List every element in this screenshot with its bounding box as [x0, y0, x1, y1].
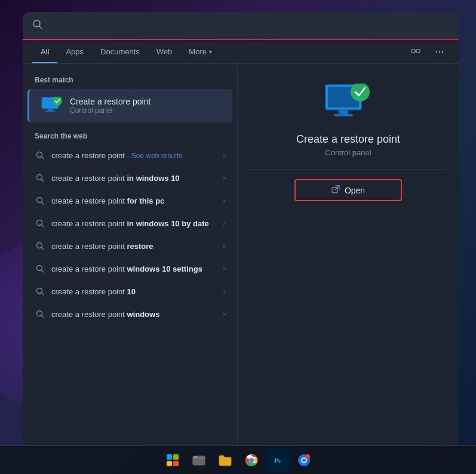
- right-panel-app-subtitle: Control panel: [325, 148, 371, 157]
- suggestion-arrow-5: ›: [223, 264, 225, 273]
- svg-rect-10: [45, 110, 55, 112]
- connected-icon[interactable]: [406, 42, 425, 61]
- svg-point-48: [302, 458, 306, 462]
- tab-icon-group: [406, 42, 449, 61]
- suggestion-1[interactable]: create a restore point in windows 10 ›: [23, 167, 237, 189]
- open-external-icon: [331, 185, 340, 195]
- ps-label: Ps: [274, 457, 281, 464]
- suggestion-arrow-7: ›: [223, 310, 225, 318]
- svg-line-17: [42, 202, 44, 205]
- suggestion-text-0: create a restore point - See web results: [51, 151, 217, 160]
- suggestion-arrow-1: ›: [223, 174, 225, 182]
- suggestion-6[interactable]: create a restore point 10 ›: [23, 280, 237, 303]
- suggestion-3[interactable]: create a restore point in windows 10 by …: [23, 212, 237, 235]
- suggestion-arrow-4: ›: [223, 242, 225, 250]
- svg-rect-36: [173, 454, 179, 460]
- search-icon: [32, 19, 43, 32]
- tab-more[interactable]: More ▾: [180, 40, 220, 63]
- svg-point-49: [305, 454, 310, 459]
- search-suggestion-icon-4: [35, 241, 45, 251]
- svg-point-6: [439, 51, 440, 52]
- chrome-ext-icon[interactable]: [292, 448, 316, 472]
- best-match-title: Create a restore point: [70, 97, 151, 106]
- suggestion-arrow-2: ›: [223, 196, 225, 205]
- svg-rect-3: [416, 50, 420, 53]
- tab-apps[interactable]: Apps: [57, 40, 92, 63]
- suggestion-arrow-3: ›: [223, 219, 225, 227]
- svg-rect-9: [48, 109, 53, 110]
- best-match-label: Best match: [23, 73, 237, 89]
- suggestion-7[interactable]: create a restore point windows ›: [23, 303, 237, 325]
- suggestion-text-3: create a restore point in windows 10 by …: [51, 219, 217, 228]
- folder-icon[interactable]: [213, 448, 237, 472]
- search-suggestion-icon-5: [35, 263, 45, 274]
- svg-line-27: [42, 316, 44, 318]
- chevron-down-icon: ▾: [209, 48, 212, 55]
- svg-rect-2: [411, 50, 415, 53]
- photoshop-icon[interactable]: Ps: [266, 448, 290, 472]
- suggestion-arrow-6: ›: [223, 287, 225, 296]
- search-suggestion-icon-0: [35, 150, 45, 161]
- suggestion-text-4: create a restore point restore: [51, 242, 217, 251]
- suggestion-text-6: create a restore point 10: [51, 287, 217, 296]
- search-suggestion-icon-3: [35, 218, 45, 229]
- search-window: Create a restore point All Apps Document…: [23, 12, 459, 448]
- svg-point-5: [436, 51, 437, 52]
- right-panel: Create a restore point Control panel Ope…: [238, 64, 459, 448]
- search-suggestion-icon-7: [35, 309, 45, 319]
- svg-point-45: [249, 458, 253, 462]
- svg-line-1: [39, 26, 42, 29]
- search-suggestion-icon-1: [35, 173, 45, 183]
- suggestion-text-7: create a restore point windows: [51, 310, 217, 319]
- search-suggestion-icon-2: [35, 195, 45, 206]
- svg-line-23: [42, 270, 44, 273]
- svg-rect-42: [194, 456, 198, 458]
- svg-rect-38: [173, 461, 179, 466]
- search-bar: Create a restore point: [23, 12, 459, 40]
- svg-rect-30: [339, 110, 348, 114]
- suggestion-text-5: create a restore point windows 10 settin…: [51, 264, 217, 273]
- svg-rect-37: [167, 461, 172, 466]
- svg-line-25: [42, 293, 44, 296]
- svg-rect-35: [167, 454, 172, 460]
- suggestion-5[interactable]: create a restore point windows 10 settin…: [23, 257, 237, 280]
- svg-line-21: [42, 248, 44, 250]
- svg-rect-31: [334, 114, 353, 116]
- suggestion-arrow-0: ›: [223, 151, 225, 159]
- filter-tabs: All Apps Documents Web More ▾: [23, 40, 459, 64]
- best-match-info: Create a restore point Control panel: [70, 97, 151, 115]
- search-suggestion-icon-6: [35, 286, 45, 297]
- suggestion-text-1: create a restore point in windows 10: [51, 174, 217, 183]
- suggestion-2[interactable]: create a restore point for this pc ›: [23, 189, 237, 212]
- svg-line-13: [42, 157, 44, 159]
- tab-all[interactable]: All: [32, 40, 57, 63]
- left-panel: Best match Create a restore point: [23, 64, 238, 448]
- taskbar: Ps: [0, 445, 476, 474]
- right-panel-app-title: Create a restore point: [296, 133, 400, 146]
- open-button[interactable]: Open: [294, 179, 402, 201]
- suggestion-4[interactable]: create a restore point restore ›: [23, 235, 237, 257]
- more-options-icon[interactable]: [430, 42, 449, 61]
- open-button-label: Open: [345, 186, 365, 195]
- web-section-label: Search the web: [23, 122, 237, 144]
- suggestion-0[interactable]: create a restore point - See web results…: [23, 144, 237, 167]
- right-panel-divider: [250, 169, 447, 170]
- file-manager-icon[interactable]: [187, 448, 211, 472]
- best-match-app-icon: [41, 95, 63, 116]
- best-match-item[interactable]: Create a restore point Control panel: [27, 89, 232, 122]
- svg-line-15: [42, 180, 44, 182]
- search-input[interactable]: Create a restore point: [49, 21, 449, 31]
- suggestion-text-2: create a restore point for this pc: [51, 196, 217, 205]
- svg-line-19: [42, 225, 44, 227]
- windows-start-icon[interactable]: [161, 448, 185, 472]
- svg-point-7: [442, 51, 443, 52]
- svg-rect-40: [193, 458, 205, 465]
- best-match-subtitle: Control panel: [70, 106, 151, 115]
- chrome-icon[interactable]: [239, 448, 263, 472]
- search-bar-container: Create a restore point: [23, 12, 459, 40]
- tab-documents[interactable]: Documents: [92, 40, 148, 63]
- app-icon-large: [321, 82, 375, 124]
- tab-more-label: More: [189, 47, 207, 56]
- main-content: Best match Create a restore point: [23, 64, 459, 448]
- tab-web[interactable]: Web: [148, 40, 181, 63]
